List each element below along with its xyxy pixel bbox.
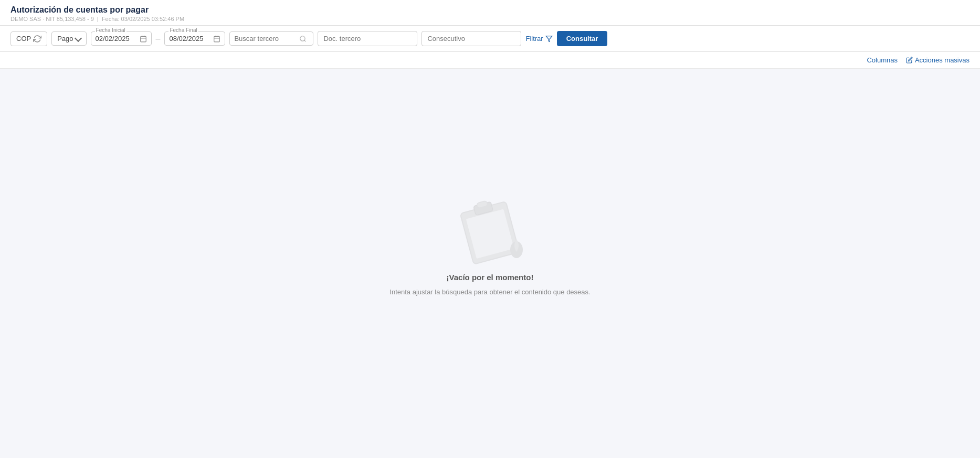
main-content: ¡Vacío por el momento! Intenta ajustar l… xyxy=(0,69,980,410)
empty-state: ¡Vacío por el momento! Intenta ajustar l… xyxy=(389,183,590,296)
fecha-final-field: Fecha Final xyxy=(164,31,225,46)
acciones-masivas-button[interactable]: Acciones masivas xyxy=(906,56,970,64)
fecha-inicial-label: Fecha Inicial xyxy=(95,27,127,33)
currency-label: COP xyxy=(16,35,31,42)
fecha-inicial-input[interactable] xyxy=(96,35,138,42)
svg-marker-10 xyxy=(546,36,552,41)
page-title: Autorización de cuentas por pagar xyxy=(10,5,970,15)
svg-rect-4 xyxy=(214,36,220,42)
fecha-final-input-wrapper[interactable] xyxy=(164,31,225,46)
buscar-tercero-input[interactable] xyxy=(234,35,297,42)
calendar-icon[interactable] xyxy=(140,35,147,42)
columnas-label: Columnas xyxy=(867,56,898,64)
consultar-label: Consultar xyxy=(566,35,598,42)
columnas-button[interactable]: Columnas xyxy=(867,56,898,64)
calendar-icon-end[interactable] xyxy=(213,35,220,42)
page-header: Autorización de cuentas por pagar DEMO S… xyxy=(0,0,980,26)
empty-title: ¡Vacío por el momento! xyxy=(447,273,534,282)
toolbar: COP Pago Fecha Inicial – Fecha Final xyxy=(0,26,980,52)
currency-button[interactable]: COP xyxy=(10,31,47,46)
filtrar-label: Filtrar xyxy=(525,35,543,42)
svg-line-9 xyxy=(304,40,306,41)
acciones-label: Acciones masivas xyxy=(915,56,970,64)
fecha-final-label: Fecha Final xyxy=(168,27,198,33)
company-nit: NIT 85,133,458 - 9 xyxy=(46,16,94,22)
chevron-down-icon xyxy=(74,34,81,41)
fecha-label: Fecha: xyxy=(102,16,120,22)
empty-clipboard-icon xyxy=(448,183,532,267)
buscar-tercero-wrapper[interactable] xyxy=(229,31,313,46)
svg-rect-0 xyxy=(140,36,146,42)
sync-icon xyxy=(33,35,41,43)
empty-subtitle: Intenta ajustar la búsqueda para obtener… xyxy=(389,288,590,296)
date-range-separator: – xyxy=(156,34,161,44)
pago-dropdown[interactable]: Pago xyxy=(51,31,86,46)
consultar-button[interactable]: Consultar xyxy=(557,31,608,46)
filter-icon xyxy=(545,35,553,42)
pago-label: Pago xyxy=(57,35,73,42)
svg-point-8 xyxy=(300,36,305,40)
page-subtitle: DEMO SAS · NIT 85,133,458 - 9 | Fecha: 0… xyxy=(10,16,970,22)
doc-tercero-input[interactable] xyxy=(318,31,417,46)
pencil-icon xyxy=(906,57,913,63)
company-name: DEMO SAS xyxy=(10,16,41,22)
fecha-inicial-input-wrapper[interactable] xyxy=(91,31,152,46)
fecha-value: 03/02/2025 03:52:46 PM xyxy=(121,16,184,22)
fecha-final-input[interactable] xyxy=(169,35,211,42)
actions-bar: Columnas Acciones masivas xyxy=(0,52,980,69)
filtrar-button[interactable]: Filtrar xyxy=(525,35,552,42)
consecutivo-input[interactable] xyxy=(421,31,521,46)
search-icon xyxy=(299,35,307,42)
fecha-inicial-field: Fecha Inicial xyxy=(91,31,152,46)
